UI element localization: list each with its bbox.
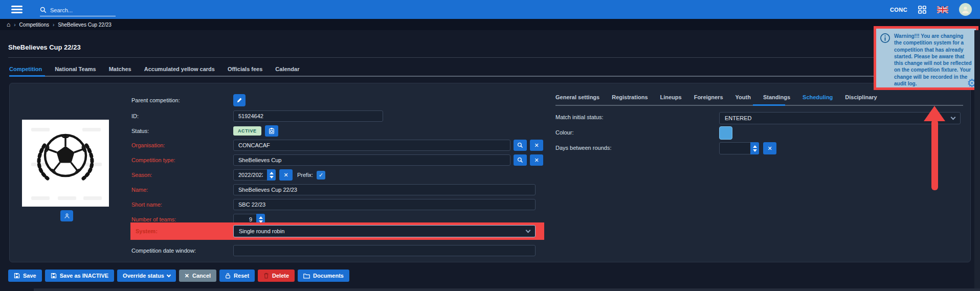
id-input[interactable] <box>233 110 383 122</box>
save-icon <box>14 273 20 279</box>
competition-type-label: Competition type: <box>131 157 233 163</box>
match-initial-status-label: Match initial status: <box>555 114 604 120</box>
match-initial-status-value: ENTERED <box>725 115 752 121</box>
documents-button[interactable]: Documents <box>298 270 349 282</box>
tab-matches[interactable]: Matches <box>109 66 131 72</box>
tabs-underline <box>9 76 971 77</box>
status-row: Status: ACTIVE <box>131 125 278 137</box>
date-window-input[interactable] <box>233 245 536 256</box>
id-row: ID: <box>131 110 383 122</box>
competition-type-row: Competition type: ✕ <box>131 154 543 166</box>
tab-competition[interactable]: Competition <box>9 66 42 72</box>
page-title: SheBelieves Cup 22/23 <box>8 43 81 51</box>
search-icon <box>517 142 523 148</box>
season-row: Season: ✕ Prefix: ✓ <box>131 169 325 181</box>
override-status-button[interactable]: Override status <box>117 270 176 282</box>
close-icon: ✕ <box>767 146 772 151</box>
breadcrumb-item-competitions[interactable]: Competitions <box>19 22 49 28</box>
edit-parent-competition-button[interactable] <box>233 94 246 106</box>
save-button[interactable]: Save <box>8 270 42 282</box>
tab-calendar[interactable]: Calendar <box>275 66 299 72</box>
delete-button[interactable]: Delete <box>258 270 295 282</box>
organisation-label: Organisation: <box>131 142 233 148</box>
days-between-rounds-input[interactable] <box>719 142 759 154</box>
info-icon <box>880 33 890 85</box>
action-bar: Save Save as INACTIVE Override status ✕ … <box>8 270 349 282</box>
status-history-button[interactable] <box>265 125 278 137</box>
short-name-input[interactable] <box>233 199 536 210</box>
vertical-scrollbar[interactable] <box>974 30 980 291</box>
days-between-rounds-clear-button[interactable]: ✕ <box>763 142 776 154</box>
colour-swatch[interactable] <box>719 126 732 140</box>
number-of-teams-label: Number of teams: <box>131 216 233 222</box>
date-window-label: Competition date window: <box>131 248 233 254</box>
status-label: Status: <box>131 128 233 134</box>
tab-scheduling[interactable]: Scheduling <box>803 94 833 100</box>
id-label: ID: <box>131 113 233 119</box>
competition-type-search-button[interactable] <box>514 154 527 166</box>
title-divider <box>8 57 972 58</box>
person-icon <box>64 213 70 219</box>
breadcrumb-item-current[interactable]: SheBelieves Cup 22/23 <box>58 22 112 28</box>
competition-logo-image <box>22 120 109 207</box>
language-flag-icon[interactable] <box>937 6 948 13</box>
name-row: Name: <box>131 184 536 196</box>
tab-officials-fees[interactable]: Officials fees <box>228 66 262 72</box>
competition-type-input[interactable] <box>233 154 510 166</box>
breadcrumb-separator: › <box>53 22 54 28</box>
chevron-down-icon <box>167 273 171 277</box>
tab-foreigners[interactable]: Foreigners <box>694 94 723 100</box>
name-input[interactable] <box>233 184 536 195</box>
competition-detail-panel: Parent competition: ID: Status: ACTIVE <box>9 83 971 262</box>
search-input[interactable] <box>50 7 106 13</box>
days-between-rounds-stepper[interactable] <box>750 142 759 154</box>
short-name-label: Short name: <box>131 202 233 208</box>
days-between-rounds-row: ✕ <box>719 142 776 155</box>
prefix-label: Prefix: <box>297 172 313 178</box>
breadcrumb-separator: › <box>14 22 15 28</box>
tab-accumulated-yellow-cards[interactable]: Accumulated yellow cards <box>144 66 215 72</box>
date-window-row: Competition date window: <box>131 244 536 257</box>
home-icon[interactable]: ⌂ <box>7 21 10 28</box>
annotation-arrow-shaft <box>931 120 938 190</box>
prefix-checkbox[interactable]: ✓ <box>317 171 325 180</box>
tab-standings[interactable]: Standings <box>763 94 790 100</box>
season-clear-button[interactable]: ✕ <box>279 169 293 181</box>
season-stepper[interactable] <box>267 169 276 181</box>
tab-registrations[interactable]: Registrations <box>612 94 648 100</box>
tab-disciplinary[interactable]: Disciplinary <box>845 94 877 100</box>
edit-logo-button[interactable] <box>60 210 73 221</box>
pencil-icon <box>236 97 242 103</box>
status-history-icon <box>268 127 275 135</box>
chevron-down-icon <box>526 228 531 233</box>
user-avatar[interactable] <box>959 3 972 16</box>
reset-button[interactable]: Reset <box>219 270 255 282</box>
app-screen: CONC ⌂ › Competitions › SheBelieves Cup … <box>0 0 980 291</box>
settings-panel: General settings Registrations Lineups F… <box>550 83 970 262</box>
trash-icon <box>263 273 269 279</box>
tab-general-settings[interactable]: General settings <box>555 94 599 100</box>
organisation-input[interactable] <box>233 140 510 151</box>
save-as-inactive-button[interactable]: Save as INACTIVE <box>45 270 114 282</box>
org-code-label[interactable]: CONC <box>890 7 907 13</box>
competition-form: Parent competition: ID: Status: ACTIVE <box>131 83 556 262</box>
warning-toast[interactable]: Warning!!! You are changing the competit… <box>874 26 978 90</box>
tab-national-teams[interactable]: National Teams <box>55 66 96 72</box>
system-select[interactable]: Single round robin <box>233 225 536 237</box>
status-badge: ACTIVE <box>233 126 261 136</box>
horizontal-scrollbar[interactable] <box>34 288 980 291</box>
top-bar: CONC <box>0 0 980 19</box>
chevron-down-icon <box>951 115 956 120</box>
hamburger-menu-icon[interactable] <box>11 6 23 13</box>
organisation-search-button[interactable] <box>514 140 527 151</box>
tab-lineups[interactable]: Lineups <box>660 94 682 100</box>
cancel-button[interactable]: ✕ Cancel <box>179 270 216 282</box>
apps-grid-icon[interactable] <box>918 6 926 14</box>
competition-type-clear-button[interactable]: ✕ <box>530 154 543 166</box>
tab-youth[interactable]: Youth <box>736 94 751 100</box>
annotation-arrow-head <box>924 106 945 121</box>
organisation-clear-button[interactable]: ✕ <box>530 140 543 151</box>
season-label: Season: <box>131 172 233 178</box>
season-input[interactable] <box>233 169 268 181</box>
system-label: System: <box>130 228 233 234</box>
